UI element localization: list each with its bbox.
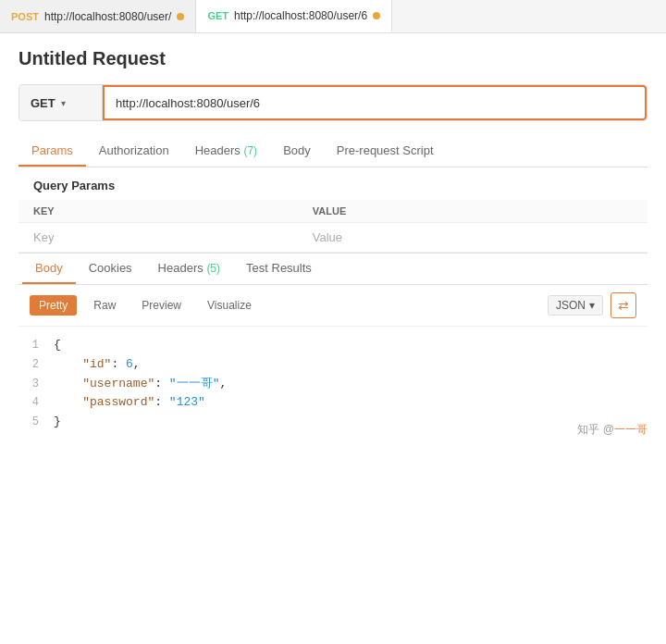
query-params-section-label: Query Params bbox=[18, 167, 648, 200]
get-method-label: GET bbox=[207, 10, 228, 21]
preview-button[interactable]: Preview bbox=[132, 295, 191, 316]
code-line-4: 4 "password": "123" bbox=[18, 393, 648, 413]
url-input[interactable]: http://localhost:8080/user/6 bbox=[103, 85, 647, 120]
resp-tab-cookies[interactable]: Cookies bbox=[76, 254, 145, 284]
post-method-label: POST bbox=[11, 11, 39, 22]
post-tab-dot bbox=[177, 13, 184, 20]
tab-params[interactable]: Params bbox=[18, 136, 86, 167]
tab-body[interactable]: Body bbox=[270, 136, 324, 167]
tab-headers[interactable]: Headers (7) bbox=[182, 136, 270, 167]
wrap-lines-icon: ⇄ bbox=[618, 298, 629, 313]
format-chevron-icon: ▾ bbox=[589, 299, 595, 312]
tab-bar: POST http://localhost:8080/user/ GET htt… bbox=[0, 0, 666, 33]
tab-body-label: Body bbox=[283, 143, 311, 157]
format-select[interactable]: JSON ▾ bbox=[548, 295, 603, 316]
key-column-header: KEY bbox=[18, 200, 298, 223]
tab-get-request[interactable]: GET http://localhost:8080/user/6 bbox=[196, 0, 392, 32]
table-row: Key Value bbox=[18, 223, 648, 253]
wrap-button[interactable]: ⇄ bbox=[610, 292, 636, 318]
tab-authorization[interactable]: Authorization bbox=[86, 136, 182, 167]
code-key-id: "id" bbox=[82, 357, 111, 371]
method-dropdown[interactable]: GET ▾ bbox=[19, 85, 103, 120]
code-value-username: "一一哥" bbox=[169, 377, 220, 390]
resp-headers-badge: (5) bbox=[206, 262, 220, 275]
tab-pre-request-label: Pre-request Script bbox=[337, 143, 434, 157]
url-bar: GET ▾ http://localhost:8080/user/6 bbox=[18, 84, 648, 121]
line-number-1: 1 bbox=[26, 337, 54, 354]
key-placeholder[interactable]: Key bbox=[18, 223, 298, 253]
watermark-prefix: 知乎 @ bbox=[577, 423, 614, 436]
code-content-1: { bbox=[54, 336, 61, 355]
code-key-password: "password" bbox=[82, 395, 154, 409]
watermark-name: 一一哥 bbox=[614, 423, 648, 436]
resp-tab-headers[interactable]: Headers (5) bbox=[145, 254, 233, 284]
url-value: http://localhost:8080/user/6 bbox=[116, 96, 260, 110]
code-content-3: "username": "一一哥", bbox=[54, 375, 227, 394]
response-tabs: Body Cookies Headers (5) Test Results bbox=[18, 254, 648, 285]
code-content-2: "id": 6, bbox=[54, 355, 141, 375]
code-value-password: "123" bbox=[169, 395, 205, 409]
resp-tab-test-results-label: Test Results bbox=[246, 261, 312, 275]
chevron-down-icon: ▾ bbox=[61, 98, 66, 108]
code-content-5: } bbox=[54, 413, 61, 432]
code-line-5: 5 } bbox=[18, 413, 648, 432]
tab-authorization-label: Authorization bbox=[99, 143, 169, 157]
tab-params-label: Params bbox=[31, 143, 73, 157]
value-column-header: VALUE bbox=[298, 200, 648, 223]
page-title: Untitled Request bbox=[18, 48, 648, 69]
value-placeholder[interactable]: Value bbox=[298, 223, 648, 253]
line-number-4: 4 bbox=[26, 394, 54, 412]
code-line-2: 2 "id": 6, bbox=[18, 355, 648, 375]
line-number-2: 2 bbox=[26, 356, 54, 374]
raw-button[interactable]: Raw bbox=[84, 295, 125, 316]
post-tab-url: http://localhost:8080/user/ bbox=[44, 10, 171, 23]
tab-headers-label: Headers bbox=[195, 143, 240, 157]
headers-badge: (7) bbox=[243, 144, 257, 157]
resp-tab-body-label: Body bbox=[35, 261, 63, 275]
tab-pre-request[interactable]: Pre-request Script bbox=[324, 136, 447, 167]
method-label: GET bbox=[31, 96, 56, 110]
resp-tab-cookies-label: Cookies bbox=[89, 261, 132, 275]
code-content-4: "password": "123" bbox=[54, 393, 205, 413]
get-tab-url: http://localhost:8080/user/6 bbox=[234, 9, 367, 22]
code-key-username: "username" bbox=[82, 377, 154, 390]
code-line-1: 1 { bbox=[18, 336, 648, 355]
pretty-button[interactable]: Pretty bbox=[30, 295, 77, 316]
request-tabs: Params Authorization Headers (7) Body Pr… bbox=[18, 136, 648, 167]
code-value-id: 6 bbox=[126, 357, 133, 371]
resp-tab-headers-label: Headers bbox=[158, 261, 204, 275]
watermark: 知乎 @一一哥 bbox=[577, 422, 648, 438]
resp-tab-body[interactable]: Body bbox=[22, 254, 76, 284]
params-table: KEY VALUE Key Value bbox=[18, 200, 648, 253]
main-content: Untitled Request GET ▾ http://localhost:… bbox=[0, 33, 666, 456]
resp-tab-test-results[interactable]: Test Results bbox=[233, 254, 325, 284]
format-bar: Pretty Raw Preview Visualize JSON ▾ ⇄ bbox=[18, 285, 648, 327]
line-number-5: 5 bbox=[26, 414, 54, 431]
code-area: 1 { 2 "id": 6, 3 "username": "一一哥", 4 "p… bbox=[18, 327, 648, 441]
line-number-3: 3 bbox=[26, 376, 54, 393]
get-tab-dot bbox=[373, 12, 380, 19]
code-line-3: 3 "username": "一一哥", bbox=[18, 375, 648, 394]
visualize-button[interactable]: Visualize bbox=[198, 295, 261, 316]
tab-post-request[interactable]: POST http://localhost:8080/user/ bbox=[0, 0, 196, 32]
format-label: JSON bbox=[556, 299, 586, 312]
